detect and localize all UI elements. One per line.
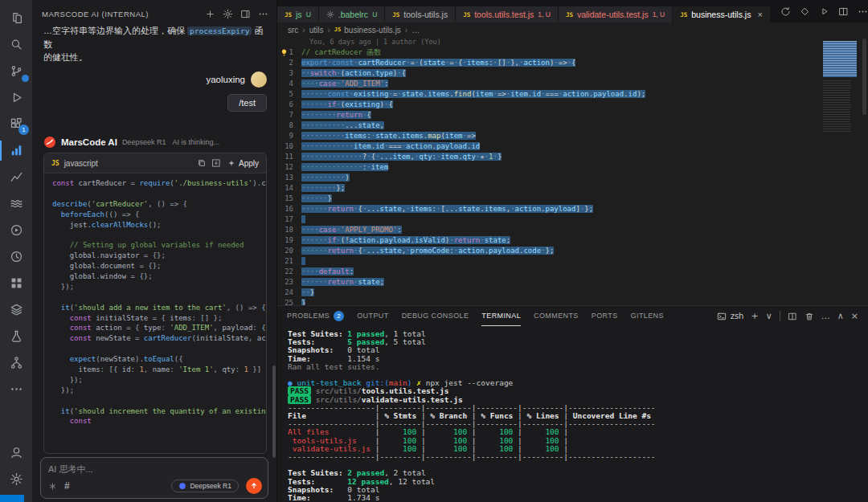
editor-scrollbar[interactable] bbox=[862, 39, 866, 115]
marscode-chat-panel: MARSCODE AI (INTERNAL) …空字符串等边界输入的处理，确保 … bbox=[32, 0, 277, 502]
minimap[interactable] bbox=[823, 39, 860, 159]
run-debug-icon[interactable] bbox=[0, 84, 32, 111]
close-panel-icon[interactable]: × bbox=[851, 312, 858, 320]
javascript-icon: JS bbox=[334, 27, 341, 33]
code-line: 4····case·'ADD_ITEM': bbox=[277, 79, 868, 89]
testing-icon[interactable] bbox=[0, 323, 32, 349]
bottom-panel: PROBLEMS2OUTPUTDEBUG CONSOLETERMINALCOMM… bbox=[277, 305, 868, 502]
marscode-ai-icon[interactable] bbox=[0, 137, 32, 164]
maximize-panel-icon[interactable]: ∧ bbox=[837, 312, 844, 320]
commands-icon[interactable] bbox=[48, 482, 57, 491]
more-icon[interactable] bbox=[858, 6, 868, 17]
shell-dropdown-icon[interactable]: ∨ bbox=[766, 312, 772, 320]
code-line: 16······return·{·...state,·items:·[...st… bbox=[277, 204, 868, 214]
model-selector[interactable]: Deepseek R1 bbox=[171, 480, 239, 492]
insert-code-icon[interactable] bbox=[211, 158, 221, 168]
breadcrumb-item[interactable]: JSbusiness-utils.js bbox=[334, 26, 401, 35]
chat-code-line bbox=[52, 292, 258, 303]
editor-region: JSjsU.babelrcUJStools-utils.jsJStools.ut… bbox=[277, 0, 868, 502]
line-number: 22 bbox=[277, 267, 301, 277]
assistant-name: MarsCode AI bbox=[61, 137, 117, 147]
code-line: 5······const·existing·=·state.items.find… bbox=[277, 89, 868, 100]
close-tab-icon[interactable]: × bbox=[757, 10, 762, 19]
chat-code-line: }); bbox=[52, 386, 258, 396]
diff-icon[interactable] bbox=[800, 6, 810, 17]
code-line: 25} bbox=[277, 298, 868, 305]
history-icon[interactable] bbox=[780, 6, 791, 17]
search-icon[interactable] bbox=[0, 31, 32, 58]
extensions-icon[interactable]: 1 bbox=[0, 111, 32, 137]
kill-terminal-icon[interactable] bbox=[805, 312, 814, 321]
play-circle-icon[interactable] bbox=[0, 217, 32, 243]
code-line: 21 bbox=[277, 256, 868, 267]
panel-tab-debug-console[interactable]: DEBUG CONSOLE bbox=[402, 306, 469, 326]
source-control-icon[interactable] bbox=[0, 58, 32, 84]
code-editor[interactable]: You, 6 days ago | 1 author (You) 1// car… bbox=[277, 37, 868, 305]
tab-tools.utils.test.js[interactable]: JStools.utils.test.js1, U bbox=[456, 6, 559, 22]
account-icon[interactable] bbox=[0, 439, 32, 466]
javascript-icon: JS bbox=[463, 11, 470, 18]
split-icon[interactable] bbox=[838, 6, 849, 17]
javascript-icon: JS bbox=[51, 160, 59, 167]
breadcrumb-item[interactable]: utils bbox=[309, 26, 324, 35]
chat-input[interactable]: AI 思考中... # Deepseek R1 bbox=[40, 457, 268, 499]
panel-tab-output[interactable]: OUTPUT bbox=[357, 306, 388, 326]
terminal-output[interactable]: Test Suites: 1 passed, 1 totalTests: 5 p… bbox=[288, 330, 863, 502]
remote-indicator[interactable] bbox=[0, 495, 24, 502]
terminal-shell-selector[interactable]: zsh bbox=[717, 312, 744, 321]
chat-settings-icon[interactable] bbox=[223, 9, 233, 19]
line-number: 16 bbox=[277, 204, 301, 214]
line-number: 7 bbox=[277, 110, 301, 120]
code-line: 9··········items:·state.items.map(item·=… bbox=[277, 131, 868, 141]
chat-code-line bbox=[52, 396, 258, 406]
new-chat-icon[interactable] bbox=[205, 9, 215, 19]
panel-tab-comments[interactable]: COMMENTS bbox=[534, 306, 579, 326]
breadcrumb-item[interactable]: … bbox=[411, 26, 420, 35]
open-in-editor-icon[interactable] bbox=[240, 9, 251, 19]
run-icon[interactable] bbox=[819, 6, 829, 17]
chat-panel-title: MARSCODE AI (INTERNAL) bbox=[42, 10, 198, 18]
panel-tab-problems[interactable]: PROBLEMS2 bbox=[287, 306, 344, 326]
grid-icon[interactable] bbox=[0, 270, 32, 296]
line-number: 6 bbox=[277, 100, 301, 110]
context-hash-icon[interactable]: # bbox=[64, 482, 70, 491]
assistant-model: Deepseek R1 bbox=[122, 138, 166, 146]
chat-code-line: global.document = {}; bbox=[52, 261, 258, 271]
history-icon[interactable] bbox=[0, 243, 32, 270]
tab-validate-utils.test.js[interactable]: JSvalidate-utils.test.js1, U bbox=[559, 6, 673, 22]
code-line: 24··} bbox=[277, 288, 868, 298]
tab-js[interactable]: JSjsU bbox=[277, 6, 319, 22]
chat-code-line: items: [{ id: 1, name: 'Item 1', qty: 1 … bbox=[52, 365, 258, 375]
layers-icon[interactable] bbox=[0, 296, 32, 323]
breadcrumb-item[interactable]: src bbox=[288, 26, 298, 35]
more-icon[interactable] bbox=[0, 376, 32, 402]
line-number: 14 bbox=[277, 183, 301, 194]
tab-tools-utils.js[interactable]: JStools-utils.js bbox=[385, 6, 456, 22]
fork-icon[interactable] bbox=[0, 349, 32, 376]
chat-code-line: jest.clearAllMocks(); bbox=[52, 220, 258, 231]
code-line: 13··········) bbox=[277, 173, 868, 183]
panel-tab-ports[interactable]: PORTS bbox=[592, 306, 618, 326]
chat-code-line: expect(newState).toEqual({ bbox=[52, 354, 258, 365]
copy-code-icon[interactable] bbox=[197, 158, 207, 168]
apply-button[interactable]: Apply bbox=[227, 159, 259, 168]
chat-scrollbar[interactable] bbox=[272, 365, 276, 458]
chat-more-icon[interactable] bbox=[258, 9, 268, 19]
panel-more-icon[interactable]: … bbox=[821, 312, 830, 320]
metrics-icon[interactable] bbox=[0, 164, 32, 190]
settings-icon[interactable] bbox=[0, 466, 32, 492]
lightbulb-icon[interactable] bbox=[280, 48, 289, 57]
javascript-icon: JS bbox=[680, 11, 687, 18]
panel-tab-gitlens[interactable]: GITLENS bbox=[631, 306, 664, 326]
send-button[interactable] bbox=[246, 478, 262, 494]
split-terminal-icon[interactable] bbox=[788, 312, 797, 321]
waves-icon[interactable] bbox=[0, 190, 32, 217]
chat-code-line: const cartReducer = require('./business-… bbox=[52, 178, 258, 189]
panel-tab-terminal[interactable]: TERMINAL bbox=[481, 306, 521, 326]
chat-code-line: const bbox=[52, 416, 258, 426]
tab-business-utils.js[interactable]: JSbusiness-utils.js× bbox=[673, 6, 771, 22]
editor-tab-bar: JSjsU.babelrcUJStools-utils.jsJStools.ut… bbox=[277, 0, 868, 22]
explorer-icon[interactable] bbox=[0, 5, 32, 31]
tab-.babelrc[interactable]: .babelrcU bbox=[319, 6, 386, 22]
new-terminal-icon[interactable]: + bbox=[751, 312, 758, 320]
